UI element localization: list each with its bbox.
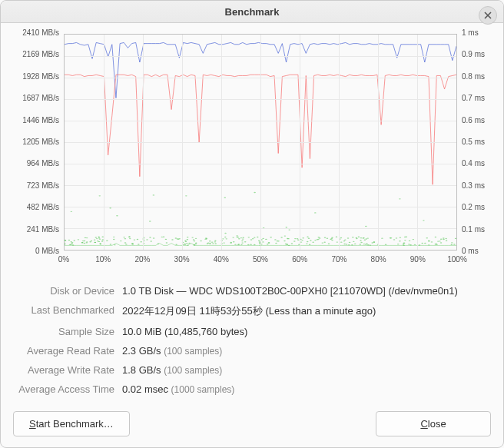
svg-point-227 xyxy=(428,241,430,241)
svg-point-125 xyxy=(275,243,277,244)
close-button[interactable]: Close xyxy=(376,411,491,436)
label-last: Last Benchmarked xyxy=(13,304,122,318)
svg-point-241 xyxy=(404,240,406,241)
svg-point-244 xyxy=(356,238,358,239)
svg-point-187 xyxy=(360,240,362,241)
svg-point-79 xyxy=(393,239,396,240)
x-tick: 100% xyxy=(447,255,467,264)
svg-point-68 xyxy=(437,241,439,241)
y-axis-left-labels: 0 MB/s241 MB/s482 MB/s723 MB/s964 MB/s12… xyxy=(13,32,62,251)
svg-point-275 xyxy=(331,240,333,241)
svg-point-159 xyxy=(234,244,237,244)
y-left-tick: 1205 MB/s xyxy=(22,138,59,146)
svg-point-0 xyxy=(267,244,269,244)
y-right-tick: 0.7 ms xyxy=(462,94,485,102)
svg-point-35 xyxy=(211,241,214,242)
y-left-tick: 241 MB/s xyxy=(27,224,59,233)
svg-point-138 xyxy=(330,239,332,240)
svg-point-265 xyxy=(91,241,93,241)
svg-point-10 xyxy=(414,244,416,245)
y-left-tick: 2410 MB/s xyxy=(22,28,59,37)
svg-point-225 xyxy=(94,242,97,243)
button-row: Start Benchmark… Close xyxy=(13,411,491,436)
svg-point-194 xyxy=(209,241,211,241)
svg-point-1 xyxy=(250,239,253,240)
svg-point-216 xyxy=(323,242,326,243)
start-benchmark-button[interactable]: Start Benchmark… xyxy=(13,411,130,436)
svg-point-282 xyxy=(362,237,364,238)
close-icon[interactable] xyxy=(479,6,497,25)
svg-point-246 xyxy=(301,240,303,241)
svg-point-234 xyxy=(109,207,111,208)
svg-point-242 xyxy=(128,237,131,237)
svg-point-285 xyxy=(146,239,148,240)
svg-point-247 xyxy=(69,244,71,245)
y-left-tick: 0 MB/s xyxy=(35,247,59,255)
svg-point-264 xyxy=(351,244,353,245)
svg-point-207 xyxy=(65,244,65,245)
svg-point-258 xyxy=(124,242,127,243)
svg-point-2 xyxy=(426,237,428,238)
svg-point-222 xyxy=(153,237,155,238)
svg-point-150 xyxy=(310,240,312,241)
svg-point-240 xyxy=(214,241,217,241)
svg-point-144 xyxy=(302,237,304,238)
info-row-read: Average Read Rate 2.3 GB/s (100 samples) xyxy=(13,341,491,360)
svg-point-168 xyxy=(165,239,167,240)
svg-point-47 xyxy=(110,244,112,244)
svg-point-51 xyxy=(314,212,317,213)
svg-point-63 xyxy=(265,239,267,240)
svg-point-17 xyxy=(175,237,177,238)
svg-point-228 xyxy=(193,239,195,240)
svg-point-191 xyxy=(262,238,264,239)
svg-point-4 xyxy=(123,237,125,237)
svg-point-131 xyxy=(94,239,96,240)
svg-point-13 xyxy=(140,241,142,242)
svg-point-102 xyxy=(262,241,264,242)
svg-point-31 xyxy=(423,220,425,221)
svg-point-21 xyxy=(137,239,139,240)
svg-point-43 xyxy=(336,237,338,237)
svg-point-249 xyxy=(184,244,186,244)
value-sample: 10.0 MiB (10,485,760 bytes) xyxy=(122,326,247,337)
svg-point-133 xyxy=(390,237,393,238)
svg-point-74 xyxy=(84,243,86,244)
svg-point-202 xyxy=(397,244,400,244)
svg-point-223 xyxy=(307,237,309,237)
svg-point-169 xyxy=(443,239,445,240)
label-write: Average Write Rate xyxy=(13,364,122,376)
svg-point-116 xyxy=(89,241,91,242)
x-axis-labels: 0%10%20%30%40%50%60%70%80%90%100% xyxy=(64,254,457,269)
svg-point-277 xyxy=(349,242,351,243)
svg-point-170 xyxy=(125,244,128,244)
svg-point-20 xyxy=(257,237,259,237)
y-left-tick: 1928 MB/s xyxy=(22,71,59,80)
svg-point-181 xyxy=(222,238,224,239)
value-write: 1.8 GB/s (100 samples) xyxy=(122,364,222,376)
svg-point-18 xyxy=(191,237,194,237)
svg-point-46 xyxy=(363,244,366,244)
x-tick: 10% xyxy=(95,255,111,264)
svg-point-201 xyxy=(187,239,189,240)
svg-point-259 xyxy=(98,195,101,196)
svg-point-180 xyxy=(194,244,197,244)
svg-point-184 xyxy=(85,242,88,243)
svg-point-294 xyxy=(95,237,98,237)
svg-point-280 xyxy=(244,241,247,242)
svg-point-167 xyxy=(232,237,234,237)
svg-point-219 xyxy=(446,241,448,241)
y-axis-right-labels: 0 ms0.1 ms0.2 ms0.3 ms0.4 ms0.5 ms0.6 ms… xyxy=(459,32,491,251)
label-access: Average Access Time xyxy=(13,383,122,395)
y-right-tick: 0.8 ms xyxy=(462,71,485,80)
svg-point-172 xyxy=(396,237,398,238)
svg-point-12 xyxy=(166,242,168,243)
x-tick: 90% xyxy=(410,255,426,264)
value-device: 1.0 TB Disk — WDC WDS100T2B0C-00PXH0 [21… xyxy=(122,285,458,297)
svg-point-213 xyxy=(436,244,438,244)
svg-point-250 xyxy=(237,244,240,245)
svg-point-101 xyxy=(138,244,140,244)
svg-point-72 xyxy=(78,239,80,240)
svg-point-279 xyxy=(209,243,211,244)
svg-point-139 xyxy=(340,237,343,238)
svg-point-16 xyxy=(408,244,410,244)
